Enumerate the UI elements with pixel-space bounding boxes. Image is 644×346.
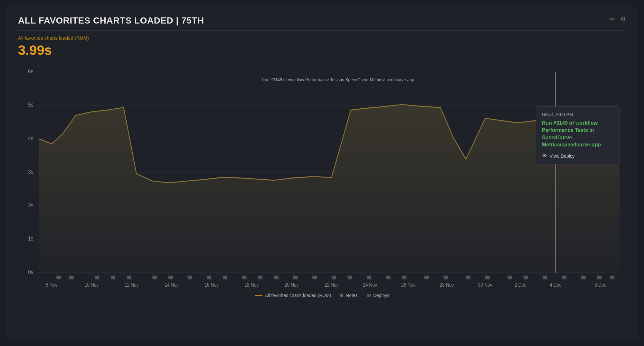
svg-rect-15 — [69, 276, 74, 279]
svg-text:Run #3149 of workflow Performa: Run #3149 of workflow Performance Tests … — [262, 77, 414, 82]
header-row: ALL FAVORITES CHARTS LOADED | 75TH ✏ ⚙ — [18, 15, 626, 26]
svg-text:12 Nov: 12 Nov — [125, 282, 139, 288]
legend-deploys-label: Deploys — [373, 293, 390, 298]
svg-rect-41 — [562, 276, 566, 279]
svg-text:22 Nov: 22 Nov — [325, 282, 339, 288]
svg-text:4s: 4s — [28, 135, 33, 142]
svg-text:3s: 3s — [28, 169, 33, 175]
svg-text:26 Nov: 26 Nov — [401, 282, 416, 288]
tooltip-run-text: Run #3149 of workflow Performance Tests … — [542, 120, 613, 149]
svg-text:6s: 6s — [28, 68, 33, 74]
svg-text:10 Nov: 10 Nov — [85, 282, 99, 288]
svg-rect-36 — [466, 276, 470, 279]
svg-text:24 Nov: 24 Nov — [363, 282, 377, 288]
svg-rect-26 — [274, 276, 279, 279]
chart-area: 6s 5s 4s 3s 2s 1s 0s — [18, 64, 626, 290]
legend-notes-dot — [340, 294, 343, 297]
svg-text:2s: 2s — [28, 202, 33, 209]
svg-rect-34 — [424, 276, 429, 279]
svg-rect-31 — [367, 276, 371, 279]
svg-rect-18 — [127, 276, 131, 279]
chart-svg: 6s 5s 4s 3s 2s 1s 0s — [18, 64, 626, 290]
svg-rect-44 — [610, 276, 614, 279]
chart-subtitle: All favorites charts loaded (RUM) — [18, 35, 626, 41]
svg-text:16 Nov: 16 Nov — [204, 282, 219, 288]
legend-rum-label: All favorites charts loaded (RUM) — [265, 293, 331, 298]
svg-rect-20 — [168, 276, 173, 279]
svg-rect-28 — [312, 276, 317, 279]
svg-rect-40 — [543, 276, 547, 279]
svg-text:1s: 1s — [28, 236, 33, 242]
svg-rect-23 — [223, 276, 227, 279]
legend-notes-label: Notes — [346, 293, 358, 298]
svg-rect-30 — [347, 276, 352, 279]
svg-rect-35 — [444, 276, 448, 279]
svg-rect-37 — [485, 276, 490, 279]
svg-text:0s: 0s — [28, 269, 33, 275]
svg-rect-16 — [95, 276, 99, 279]
chart-legend: All favorites charts loaded (RUM) Notes … — [18, 293, 626, 298]
svg-rect-24 — [242, 276, 247, 279]
svg-rect-17 — [111, 276, 115, 279]
dashboard-container: ALL FAVORITES CHARTS LOADED | 75TH ✏ ⚙ A… — [6, 6, 638, 340]
svg-rect-33 — [402, 276, 406, 279]
header-divider — [18, 30, 626, 31]
metric-value: 3.99s — [18, 43, 626, 58]
svg-text:28 Nov: 28 Nov — [440, 282, 454, 288]
svg-text:14 Nov: 14 Nov — [165, 282, 179, 288]
tooltip-box: Dec 4, 9:00 PM Run #3149 of workflow Per… — [536, 106, 620, 164]
svg-text:8 Nov: 8 Nov — [46, 282, 58, 288]
settings-icon[interactable]: ⚙ — [620, 15, 626, 23]
edit-icon[interactable]: ✏ — [610, 15, 615, 23]
svg-rect-21 — [188, 276, 192, 279]
page-title: ALL FAVORITES CHARTS LOADED | 75TH — [18, 15, 204, 26]
svg-text:6 Dec: 6 Dec — [594, 282, 606, 288]
view-deploy-label: View Deploy — [550, 153, 575, 159]
legend-deploys: Deploys — [367, 293, 390, 298]
svg-rect-32 — [386, 276, 391, 279]
svg-text:30 Nov: 30 Nov — [478, 282, 493, 288]
svg-rect-14 — [56, 276, 61, 279]
svg-rect-25 — [258, 276, 262, 279]
svg-text:20 Nov: 20 Nov — [285, 282, 299, 288]
svg-rect-38 — [507, 276, 512, 279]
svg-rect-27 — [293, 276, 298, 279]
svg-rect-22 — [207, 276, 211, 279]
view-deploy-link[interactable]: 👁 View Deploy — [542, 153, 613, 159]
svg-text:4 Dec: 4 Dec — [550, 282, 562, 288]
eye-icon: 👁 — [542, 153, 547, 159]
legend-rum-line — [255, 295, 262, 296]
svg-rect-29 — [332, 276, 336, 279]
legend-rum: All favorites charts loaded (RUM) — [255, 293, 331, 298]
svg-rect-43 — [597, 276, 602, 279]
legend-notes: Notes — [340, 293, 358, 298]
svg-rect-19 — [152, 276, 157, 279]
svg-text:5s: 5s — [28, 102, 33, 108]
header-icons: ✏ ⚙ — [610, 15, 626, 23]
svg-rect-39 — [524, 276, 528, 279]
svg-text:18 Nov: 18 Nov — [244, 282, 259, 288]
svg-text:2 Dec: 2 Dec — [515, 282, 526, 288]
svg-rect-42 — [581, 276, 586, 279]
tooltip-date: Dec 4, 9:00 PM — [542, 112, 613, 117]
legend-deploys-icon — [367, 294, 371, 297]
